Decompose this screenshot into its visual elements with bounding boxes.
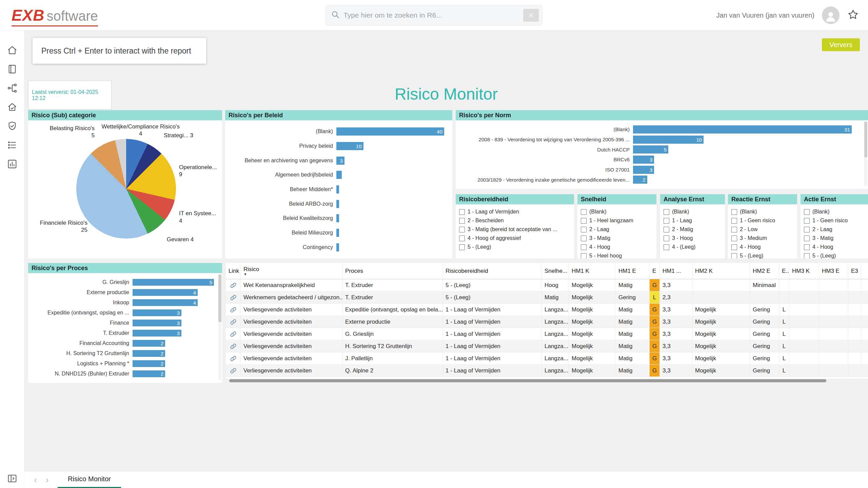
- checkbox-icon[interactable]: [581, 236, 587, 241]
- bar[interactable]: 3: [633, 166, 654, 174]
- checkbox-icon[interactable]: [804, 218, 810, 224]
- slicer-option[interactable]: 5 - (Leeg): [804, 251, 865, 259]
- slicer-option[interactable]: 5 - (Leeg): [731, 251, 794, 259]
- vertical-scrollbar[interactable]: [218, 274, 221, 380]
- checkbox-icon[interactable]: [731, 236, 737, 241]
- bar[interactable]: 3: [133, 330, 181, 337]
- slicer-option[interactable]: 2 - Laag: [804, 225, 865, 234]
- slicer-option[interactable]: 2 - Low: [731, 225, 794, 234]
- tab-risico-monitor[interactable]: Risico Monitor: [58, 471, 121, 488]
- slicer-option[interactable]: 3 - Matig: [804, 234, 865, 243]
- bar[interactable]: 5: [633, 145, 668, 154]
- bar[interactable]: 2: [633, 176, 647, 184]
- workflow-icon[interactable]: [7, 83, 18, 94]
- slicer-option[interactable]: 1 - Heel langzaam: [581, 216, 653, 225]
- link-icon[interactable]: [226, 340, 241, 352]
- slicer-option[interactable]: 5 - Heel hoog: [581, 251, 653, 259]
- checkbox-icon[interactable]: [459, 218, 465, 224]
- column-header[interactable]: HM3 K: [789, 263, 819, 279]
- bar[interactable]: 4: [133, 289, 198, 296]
- bar[interactable]: 2: [133, 360, 165, 367]
- home-icon[interactable]: [7, 45, 18, 56]
- column-header[interactable]: HM2 E: [750, 263, 779, 279]
- scrollbar-thumb[interactable]: [229, 379, 826, 382]
- checkbox-icon[interactable]: [804, 236, 810, 241]
- slicer-option[interactable]: 4 - Hoog: [581, 243, 653, 251]
- list-icon[interactable]: [7, 140, 18, 150]
- clear-search-button[interactable]: ×: [523, 9, 539, 22]
- bar[interactable]: 10: [633, 136, 704, 144]
- slicer-option[interactable]: (Blank): [804, 207, 865, 216]
- bar[interactable]: 2: [133, 370, 165, 377]
- checkbox-icon[interactable]: [581, 244, 587, 250]
- checkbox-icon[interactable]: [459, 244, 465, 250]
- checkbox-icon[interactable]: [731, 218, 737, 224]
- bar-chart-icon[interactable]: [7, 159, 18, 169]
- column-header[interactable]: Risico▼: [241, 263, 342, 279]
- global-search[interactable]: ×: [326, 5, 542, 25]
- checkbox-icon[interactable]: [581, 253, 587, 259]
- bar[interactable]: 10: [336, 142, 363, 150]
- bar[interactable]: [336, 171, 342, 179]
- slicer-option[interactable]: 1 - Geen risico: [731, 216, 794, 225]
- slicer-option[interactable]: 2 - Matig: [664, 225, 722, 234]
- book-icon[interactable]: [7, 64, 18, 75]
- bar[interactable]: [336, 185, 339, 194]
- checkbox-icon[interactable]: [581, 227, 587, 232]
- link-icon[interactable]: [226, 365, 241, 377]
- favorite-star-icon[interactable]: [847, 8, 859, 22]
- column-header[interactable]: E...: [779, 263, 789, 279]
- slicer-option[interactable]: 1 - Geen risico: [804, 216, 865, 225]
- link-icon[interactable]: [226, 304, 241, 316]
- table-row[interactable]: Verliesgevende activiteitenExpeditie (on…: [226, 304, 868, 316]
- shield-check-icon[interactable]: [7, 121, 18, 131]
- checkbox-icon[interactable]: [804, 244, 810, 250]
- checkbox-icon[interactable]: [664, 218, 669, 224]
- bar[interactable]: 3: [133, 320, 181, 326]
- bar[interactable]: [336, 243, 339, 251]
- checkbox-icon[interactable]: [731, 253, 737, 259]
- horizontal-scrollbar[interactable]: [226, 379, 868, 383]
- refresh-button[interactable]: Ververs: [822, 38, 860, 51]
- table-row[interactable]: Werknemers gedetacheerd / uitgezon...T. …: [226, 291, 868, 304]
- checkbox-icon[interactable]: [664, 236, 669, 241]
- expand-panel-icon[interactable]: [7, 473, 18, 484]
- scrollbar-thumb[interactable]: [864, 122, 867, 157]
- link-icon[interactable]: [226, 328, 241, 340]
- next-tab-arrow[interactable]: ›: [41, 473, 53, 487]
- column-header[interactable]: HM1 K: [569, 263, 616, 279]
- slicer-option[interactable]: 4 - (Leeg): [664, 243, 722, 251]
- table-row[interactable]: Verliesgevende activiteitenG. Grieslijn1…: [226, 328, 868, 340]
- bar[interactable]: 3: [633, 156, 654, 164]
- slicer-option[interactable]: 1 - Laag of Vermijden: [459, 207, 571, 216]
- slicer-option[interactable]: 4 - Hoog: [731, 243, 794, 251]
- bar[interactable]: 3: [133, 309, 181, 316]
- slicer-option[interactable]: 4 - Hoog of aggressief: [459, 234, 571, 243]
- bar[interactable]: 2: [133, 340, 165, 347]
- checkbox-icon[interactable]: [664, 244, 669, 250]
- table-row[interactable]: Wet KetenaansprakelijkheidT. Extruder5 -…: [226, 279, 868, 291]
- slicer-option[interactable]: 2 - Laag: [581, 225, 653, 234]
- bar[interactable]: 31: [633, 125, 852, 134]
- column-header[interactable]: HM2 K: [692, 263, 750, 279]
- slicer-option[interactable]: (Blank): [581, 207, 653, 216]
- house-check-icon[interactable]: [7, 102, 18, 113]
- column-header[interactable]: Snelhe...: [542, 263, 569, 279]
- scrollbar-thumb[interactable]: [218, 274, 221, 322]
- slicer-option[interactable]: 1 - Laag: [664, 216, 722, 225]
- column-header[interactable]: HM1 E: [616, 263, 650, 279]
- checkbox-icon[interactable]: [731, 244, 737, 250]
- checkbox-icon[interactable]: [804, 227, 810, 232]
- slicer-option[interactable]: (Blank): [664, 207, 722, 216]
- checkbox-icon[interactable]: [804, 253, 810, 259]
- slicer-option[interactable]: 3 - Matig (bereid tot acceptatie van ...: [459, 225, 571, 234]
- slicer-option[interactable]: 2 - Bescheiden: [459, 216, 571, 225]
- slicer-option[interactable]: 3 - Matig: [581, 234, 653, 243]
- column-header[interactable]: E: [650, 263, 660, 279]
- avatar[interactable]: [822, 6, 840, 24]
- search-input[interactable]: [343, 11, 523, 19]
- table-row[interactable]: Verliesgevende activiteitenQ. Alpine 21 …: [226, 365, 868, 377]
- slicer-option[interactable]: (Blank): [731, 207, 794, 216]
- bar[interactable]: 40: [336, 127, 444, 136]
- column-header[interactable]: HM1 ...: [660, 263, 692, 279]
